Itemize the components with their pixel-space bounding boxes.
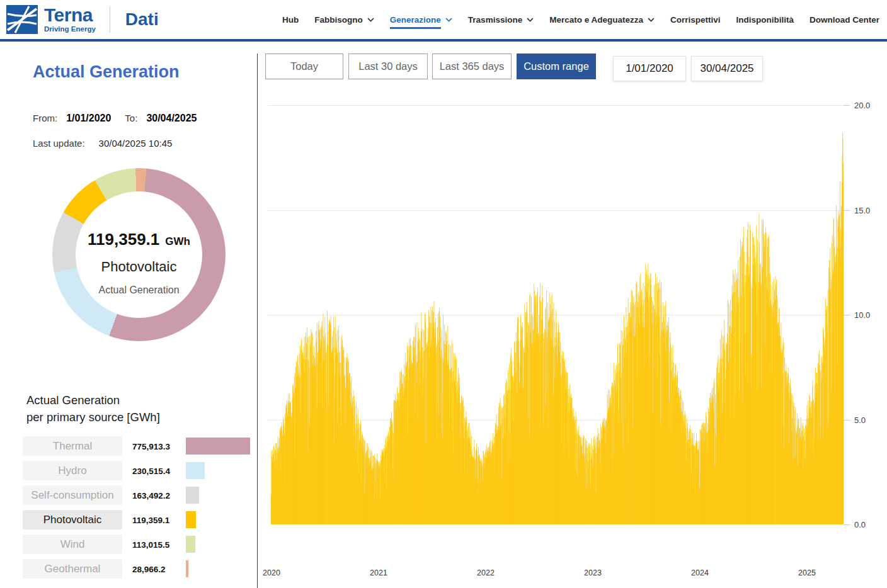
terna-logo-icon	[6, 5, 38, 34]
donut-center-text: 119,359.1GWh Photovoltaic Actual Generat…	[52, 168, 226, 341]
date-from-input[interactable]	[613, 56, 686, 81]
legend-bar	[186, 511, 196, 528]
legend-title: Actual Generation per primary source [GW…	[26, 392, 160, 426]
x-axis-label: 2021	[370, 568, 387, 577]
chevron-down-icon	[367, 18, 374, 22]
legend-label: Wind	[23, 534, 122, 554]
panel-divider	[257, 54, 258, 588]
x-axis-label: 2023	[584, 568, 602, 577]
legend-value: 230,515.4	[132, 466, 170, 475]
brand-divider	[110, 6, 110, 33]
nav-item-download-center[interactable]: Download Center	[810, 15, 879, 25]
chevron-down-icon	[648, 18, 655, 22]
pv-daily-bar-chart[interactable]	[271, 105, 844, 524]
legend-bar	[186, 560, 188, 577]
y-axis-label: 15.0	[854, 206, 870, 215]
custom-range-button[interactable]: Custom range	[517, 54, 596, 79]
x-axis-label: 2025	[798, 568, 816, 577]
legend-bar	[186, 536, 195, 553]
donut-unit: GWh	[165, 235, 190, 247]
y-axis-label: 20.0	[854, 101, 870, 110]
top-nav-bar: Terna Driving Energy Dati Hub Fabbisogno…	[0, 0, 887, 42]
terna-dati-dashboard: Terna Driving Energy Dati Hub Fabbisogno…	[0, 0, 887, 588]
legend-value: 163,492.2	[132, 490, 170, 500]
brand-name: Terna	[44, 6, 96, 25]
legend-value: 775,913.3	[132, 441, 170, 451]
last-30-days-button[interactable]: Last 30 days	[348, 54, 428, 79]
legend-label: Hydro	[23, 461, 122, 480]
from-label: From:	[33, 113, 57, 123]
generation-donut-chart[interactable]: 119,359.1GWh Photovoltaic Actual Generat…	[52, 168, 226, 341]
ytick	[844, 524, 850, 525]
ytick	[844, 420, 850, 421]
source-legend: Thermal 775,913.3 Hydro 230,515.4 Self-c…	[23, 436, 253, 584]
nav-item-hub[interactable]: Hub	[282, 15, 299, 25]
donut-value: 119,359.1GWh	[88, 230, 190, 249]
x-axis-label: 2024	[691, 568, 709, 577]
page-title: Actual Generation	[33, 62, 180, 82]
x-axis-label: 2020	[263, 568, 280, 577]
legend-value: 119,359.1	[132, 515, 169, 524]
brand-tagline: Driving Energy	[44, 26, 96, 33]
x-axis-label: 2022	[477, 568, 495, 577]
last-update-line: Last update: 30/04/2025 10:45	[33, 138, 172, 149]
date-range-summary: From: 1/01/2020 To: 30/04/2025	[33, 113, 197, 124]
legend-label: Photovoltaic	[23, 510, 122, 529]
legend-value: 113,015.5	[132, 540, 169, 549]
legend-label: Geothermal	[23, 559, 122, 579]
product-name: Dati	[125, 9, 159, 30]
legend-bar	[186, 438, 250, 455]
legend-value: 28,966.2	[132, 564, 166, 574]
nav-item-fabbisogno[interactable]: Fabbisogno	[314, 15, 374, 25]
ytick	[844, 210, 850, 211]
nav-item-trasmissione[interactable]: Trasmissione	[468, 15, 534, 25]
brand-text: Terna Driving Energy	[44, 6, 96, 33]
chevron-down-icon	[445, 18, 452, 22]
donut-source: Photovoltaic	[101, 259, 177, 275]
legend-row-self-consumption[interactable]: Self-consumption 163,492.2	[23, 485, 253, 505]
nav-item-generazione[interactable]: Generazione	[390, 15, 452, 25]
legend-row-geothermal[interactable]: Geothermal 28,966.2	[23, 559, 253, 579]
chevron-down-icon	[527, 18, 534, 22]
from-value: 1/01/2020	[66, 113, 111, 124]
nav-item-corrispettivi[interactable]: Corrispettivi	[670, 15, 721, 25]
legend-row-photovoltaic[interactable]: Photovoltaic 119,359.1	[23, 510, 253, 529]
ytick	[844, 315, 850, 315]
donut-caption: Actual Generation	[98, 285, 179, 296]
last-update-label: Last update:	[33, 138, 85, 149]
legend-row-hydro[interactable]: Hydro 230,515.4	[23, 461, 253, 480]
to-value: 30/04/2025	[146, 113, 197, 124]
legend-bar	[186, 462, 205, 479]
legend-row-thermal[interactable]: Thermal 775,913.3	[23, 436, 253, 456]
last-365-days-button[interactable]: Last 365 days	[432, 54, 512, 79]
main-nav: Hub Fabbisogno Generazione Trasmissione …	[282, 0, 879, 39]
y-axis-label: 5.0	[854, 416, 866, 425]
to-label: To:	[125, 113, 137, 123]
date-to-input[interactable]	[691, 56, 763, 81]
nav-item-mercato-e-adeguatezza[interactable]: Mercato e Adeguatezza	[549, 15, 655, 25]
legend-label: Thermal	[23, 436, 122, 456]
legend-bar	[186, 487, 199, 504]
nav-item-indisponibilita[interactable]: Indisponibilità	[736, 15, 794, 25]
y-axis-label: 0.0	[854, 520, 866, 529]
ytick	[844, 105, 850, 106]
last-update-value: 30/04/2025 10:45	[99, 138, 173, 149]
y-axis-label: 10.0	[854, 310, 870, 320]
legend-label: Self-consumption	[23, 485, 122, 505]
brand-home-link[interactable]: Terna Driving Energy Dati	[0, 5, 159, 34]
legend-row-wind[interactable]: Wind 113,015.5	[23, 534, 253, 554]
today-button[interactable]: Today	[265, 54, 343, 79]
